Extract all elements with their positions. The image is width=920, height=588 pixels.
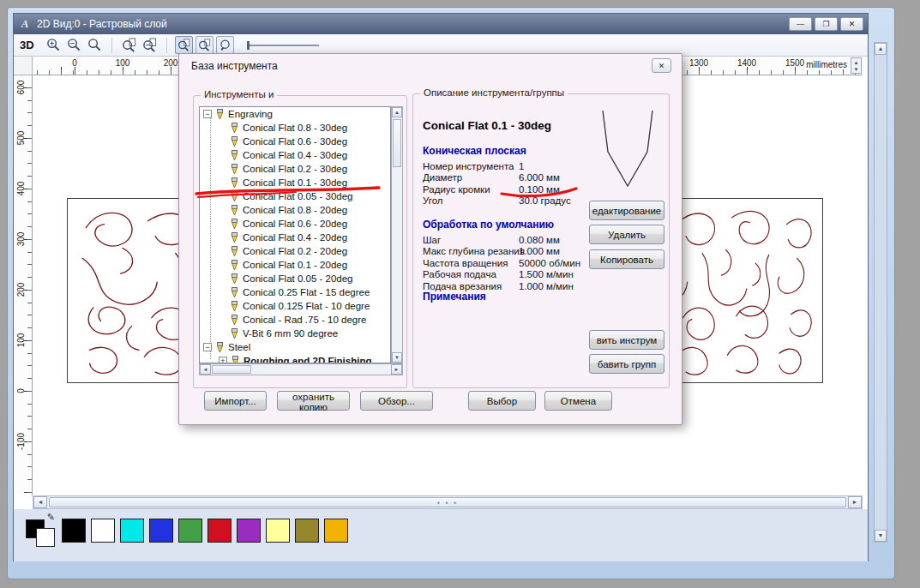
palette-swatch-purple[interactable] [237,519,261,543]
tool-tree[interactable]: −EngravingConical Flat 0.8 - 30degConica… [199,106,391,363]
palette-swatch-amber[interactable] [324,519,348,543]
h-ruler-number: 1400 [737,58,756,68]
pan-toggle-icon[interactable] [195,36,213,54]
dialog-titlebar[interactable]: База инструмента [179,54,682,76]
tree-item[interactable]: Conical - Rad .75 - 10 degre [200,313,390,327]
tree-item[interactable]: Conical Flat 0.8 - 30deg [200,121,390,135]
tree-item[interactable]: Conical Flat 0.4 - 20deg [200,231,390,244]
tree-item[interactable]: Conical Flat 0.4 - 30deg [200,148,390,162]
tree-item[interactable]: −Steel [200,340,390,354]
palette-swatch-white[interactable] [91,519,115,543]
tree-scroll-down-icon[interactable]: ▼ [392,352,402,363]
zoom-tool-icon[interactable] [86,36,104,54]
tree-h-thumb[interactable] [212,365,251,374]
tree-item[interactable]: V-Bit 6 mm 90 degree [200,327,390,340]
dialog-close-button[interactable]: ✕ [652,58,671,73]
side-button[interactable]: бавить групп [589,354,664,374]
restore-button[interactable]: ❐ [815,17,838,31]
tree-item[interactable]: Conical Flat 0.2 - 20deg [200,244,390,258]
tool-cutter-icon [214,109,225,120]
tree-item[interactable]: Conical Flat 0.1 - 30deg [200,176,390,189]
spec-value: 0.080 мм [519,235,560,245]
zoom-window-toggle-icon[interactable] [175,36,193,54]
tree-item[interactable]: Conical 0.125 Flat - 10 degre [200,299,390,313]
bottom-button[interactable]: Отмена [544,391,612,411]
bottom-button[interactable]: охранить копию [277,391,350,411]
color-indicator[interactable]: ✎ [26,516,58,549]
tree-item-label: Conical Flat 0.05 - 20deg [243,273,353,284]
secondary-color-swatch[interactable] [36,528,55,547]
palette-swatch-green[interactable] [178,519,202,543]
side-button[interactable]: Копировать [589,249,664,269]
tree-expander-icon[interactable]: − [203,110,212,118]
side-button[interactable]: Удалить [589,225,664,244]
frame-v-scrollbar[interactable]: ▲ ▼ [874,42,887,543]
tree-v-scrollbar[interactable]: ▲ ▼ [391,106,403,363]
zoom-slider[interactable] [247,45,319,46]
color-palette-bar: ✎ [14,509,868,561]
tool-cutter-icon [229,219,240,230]
mode-3d-button[interactable]: 3D [20,39,34,51]
frame-scroll-down-icon[interactable]: ▼ [875,530,887,542]
tree-scroll-right-icon[interactable]: ► [391,364,402,375]
tree-scroll-left-icon[interactable]: ◄ [200,364,211,375]
tool-cutter-icon [229,191,240,202]
tree-item-label: Conical - Rad .75 - 10 degre [243,315,366,325]
v-ruler-number: 0 [16,378,27,404]
tree-item-label: Conical Flat 0.4 - 20deg [243,232,347,243]
tool-cutter-icon [229,205,240,216]
tree-item-label: Conical Flat 0.8 - 30deg [243,123,347,133]
tree-item[interactable]: Conical Flat 0.05 - 30deg [200,189,390,203]
palette-swatch-olive[interactable] [295,519,319,543]
bottom-button[interactable]: Импорт... [204,391,267,411]
tree-item[interactable]: Conical Flat 0.8 - 20deg [200,203,390,217]
tool-cutter-icon [229,301,240,312]
scroll-left-icon[interactable]: ◄ [33,496,47,508]
tree-item[interactable]: Conical Flat 0.1 - 20deg [200,258,390,272]
palette-swatch-cyan[interactable] [120,519,144,543]
window-titlebar[interactable]: A 2D Вид:0 - Растровый слой — ❐ ✕ [14,14,868,34]
bottom-button[interactable]: Выбор [468,391,536,411]
h-scrollbar-thumb[interactable]: • • • [49,497,846,507]
side-button[interactable]: вить инструм [589,330,664,350]
tree-item[interactable]: Conical Flat 0.2 - 30deg [200,162,390,176]
minimize-button[interactable]: — [789,17,812,31]
spec-label: Угол [423,195,519,206]
v-ruler-number: 500 [16,125,27,151]
bottom-button[interactable]: Обзор... [360,391,433,411]
close-button[interactable]: ✕ [840,17,863,31]
spec-label: Подача врезания [423,281,519,291]
tree-v-thumb[interactable] [393,119,401,167]
spec-value: 1.000 мм [519,246,560,256]
spinner-up-icon[interactable]: ▲ [854,60,859,65]
tree-item[interactable]: Conical Flat 0.6 - 20deg [200,217,390,231]
zoom-out-icon[interactable] [65,36,83,54]
spinner-down-icon[interactable]: ▼ [854,67,859,72]
palette-swatch-black[interactable] [62,519,86,543]
palette-swatch-blue[interactable] [149,519,173,543]
previous-view-icon[interactable] [216,36,234,54]
tool-cutter-icon [229,232,240,243]
spec-label: Номер инструмента [423,161,519,171]
frame-scroll-up-icon[interactable]: ▲ [875,43,887,55]
tree-item[interactable]: Conical 0.25 Flat - 15 degree [200,285,390,299]
zoom-fit-page-icon[interactable] [120,36,138,54]
zoom-in-icon[interactable] [45,36,63,54]
palette-swatch-red[interactable] [207,519,232,543]
tree-item[interactable]: −Engraving [200,107,390,121]
tree-item[interactable]: Conical Flat 0.05 - 20deg [200,272,390,285]
ruler-units-spinner[interactable]: ▲ ▼ [851,57,862,74]
tree-scroll-up-icon[interactable]: ▲ [392,107,402,117]
palette-swatch-pale-yellow[interactable] [266,519,290,543]
tree-item[interactable]: +Roughing and 2D Finishing [200,354,390,363]
h-scrollbar[interactable]: ◄ • • • ► [33,495,863,509]
zoom-fit-object-icon[interactable] [141,36,159,54]
tree-expander-icon[interactable]: − [203,343,212,351]
zoom-slider-handle[interactable] [247,41,250,50]
tree-h-scrollbar[interactable]: ◄ ► [199,363,403,375]
tree-expander-icon[interactable]: + [219,357,227,363]
scroll-right-icon[interactable]: ► [848,496,862,508]
side-button[interactable]: едактирование [589,201,664,220]
tree-item[interactable]: Conical Flat 0.6 - 30deg [200,135,390,148]
scrollbar-grip: • • • [437,499,458,507]
